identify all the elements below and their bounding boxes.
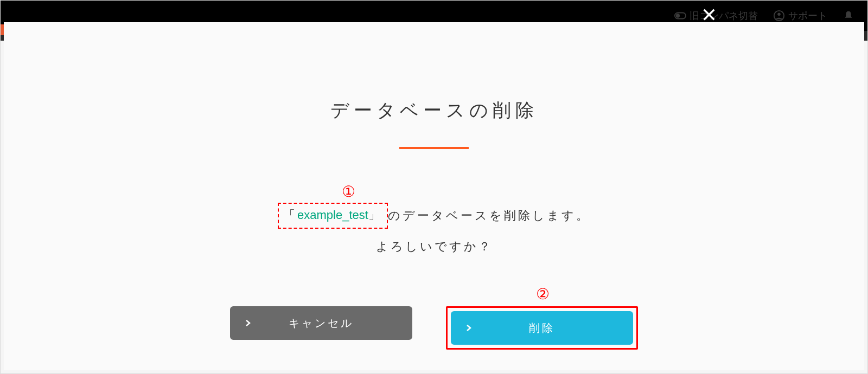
toggle-icon [674, 10, 686, 22]
bell-icon [843, 10, 854, 22]
title-underline [399, 147, 469, 149]
database-name-highlight: 「 example_test 」 [278, 203, 388, 229]
page-root: 旧コンパネ切替 サポート データベースの削除 ① [0, 0, 868, 374]
modal-content: データベースの削除 ① 「 example_test 」 のデータベースを削除し… [4, 22, 864, 370]
notification-item[interactable] [843, 10, 854, 22]
delete-button-highlight: 削除 [446, 306, 638, 350]
chevron-right-icon [244, 319, 252, 327]
support-link[interactable]: サポート [773, 9, 827, 22]
cancel-button[interactable]: キャンセル [230, 306, 412, 340]
confirm-text-line1: 「 example_test 」 のデータベースを削除します。 [278, 203, 590, 229]
close-button[interactable] [701, 7, 719, 24]
confirm-text-line2: よろしいですか？ [376, 238, 493, 255]
chevron-right-icon [465, 324, 473, 332]
cancel-button-label: キャンセル [230, 316, 412, 331]
button-row: キャンセル 削除 [230, 306, 638, 350]
close-icon [701, 15, 717, 24]
delete-button[interactable]: 削除 [451, 311, 633, 345]
delete-button-label: 削除 [451, 321, 633, 336]
bracket-open: 「 [283, 207, 297, 223]
database-name: example_test [297, 208, 368, 222]
support-label: サポート [788, 9, 827, 22]
bracket-close: 」 [368, 207, 382, 223]
modal-title: データベースの削除 [330, 98, 538, 123]
modal-dialog: データベースの削除 ① 「 example_test 」 のデータベースを削除し… [4, 22, 864, 370]
annotation-marker-2: ② [536, 285, 550, 303]
user-icon [773, 10, 785, 22]
svg-point-3 [777, 13, 781, 16]
toggle-label: 旧コンパネ切替 [690, 9, 758, 22]
confirm-suffix: のデータベースを削除します。 [388, 208, 590, 224]
annotation-marker-1: ① [342, 183, 355, 201]
svg-point-1 [676, 14, 680, 17]
